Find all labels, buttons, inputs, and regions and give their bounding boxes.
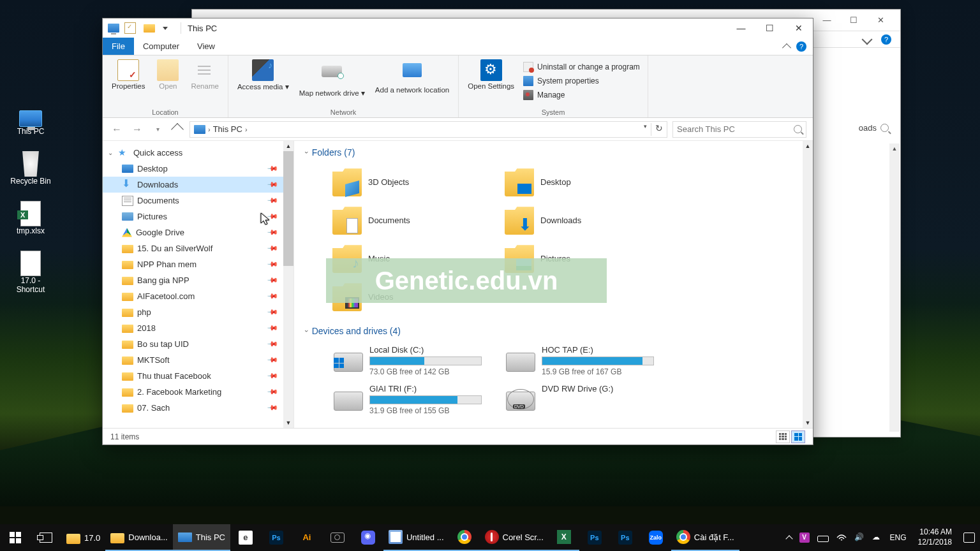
desktop-this-pc[interactable]: This PC bbox=[5, 108, 56, 138]
drive-dvd-rw-drive-g-[interactable]: DVD RW Drive (G:) bbox=[503, 381, 657, 418]
bg-maximize-button[interactable]: ☐ bbox=[840, 12, 867, 29]
ribbon-access-media[interactable]: Access media ▾ bbox=[235, 58, 292, 92]
view-tiles-button[interactable] bbox=[791, 430, 805, 443]
taskbar-chrome2[interactable]: Cài đặt F... bbox=[671, 524, 739, 551]
breadcrumb-segment[interactable]: This PC bbox=[213, 124, 242, 134]
nav-scrollbar[interactable]: ▲ ▼ bbox=[283, 141, 293, 428]
nav-item-bang-gia-npp[interactable]: Bang gia NPP📌 bbox=[103, 272, 293, 288]
tray-battery-icon[interactable] bbox=[817, 536, 829, 542]
drive-giai-tri-f-[interactable]: GIAI TRI (F:)31.9 GB free of 155 GB bbox=[331, 381, 484, 418]
ribbon-manage[interactable]: Manage bbox=[522, 89, 641, 101]
scroll-up-icon[interactable]: ▲ bbox=[803, 141, 813, 151]
chevron-right-icon[interactable]: › bbox=[208, 126, 211, 133]
nav-up-button[interactable] bbox=[171, 123, 184, 136]
bg-search-icon[interactable] bbox=[880, 124, 889, 132]
folders-section-header[interactable]: › Folders (7) bbox=[306, 147, 801, 158]
scroll-down-icon[interactable]: ▼ bbox=[283, 418, 293, 428]
taskbar-camera[interactable] bbox=[322, 524, 353, 551]
qat-dropdown-icon[interactable] bbox=[163, 27, 168, 30]
task-view-button[interactable] bbox=[31, 524, 61, 551]
help-icon[interactable]: ? bbox=[796, 41, 806, 52]
bg-scrollbar[interactable]: ▲ bbox=[889, 143, 900, 432]
taskbar-illustrator[interactable]: Ai bbox=[292, 524, 322, 551]
folder-desktop[interactable]: Desktop bbox=[503, 164, 657, 200]
tray-wifi-icon[interactable] bbox=[836, 533, 847, 543]
taskbar-discord[interactable] bbox=[353, 524, 383, 551]
titlebar[interactable]: This PC — ☐ ✕ bbox=[103, 18, 813, 38]
taskbar-edge[interactable]: e bbox=[230, 524, 261, 551]
drive-hoc-tap-e-[interactable]: HOC TAP (E:)15.9 GB free of 167 GB bbox=[503, 342, 657, 379]
desktop-recycle-bin[interactable]: Recycle Bin bbox=[5, 149, 56, 187]
chevron-down-icon[interactable]: ⌄ bbox=[108, 149, 115, 156]
nav-item-15-du-an-silverwolf[interactable]: 15. Du an SilverWolf📌 bbox=[103, 240, 293, 256]
bg-minimize-button[interactable]: — bbox=[813, 12, 840, 29]
tray-language[interactable]: ENG bbox=[890, 533, 907, 542]
folder-videos[interactable]: Videos bbox=[331, 279, 484, 314]
tray-notifications-icon[interactable] bbox=[963, 533, 975, 543]
drives-section-header[interactable]: › Devices and drives (4) bbox=[306, 326, 801, 336]
refresh-icon[interactable]: ↻ bbox=[655, 123, 663, 136]
nav-item-07-sach[interactable]: 07. Sach📌 bbox=[103, 400, 293, 416]
bg-close-button[interactable]: ✕ bbox=[867, 12, 894, 29]
search-box[interactable] bbox=[672, 121, 806, 138]
scroll-up-icon[interactable]: ▲ bbox=[283, 141, 293, 151]
ribbon-uninstall[interactable]: Uninstall or change a program bbox=[522, 61, 641, 73]
drive-local-disk-c-[interactable]: Local Disk (C:)73.0 GB free of 142 GB bbox=[331, 342, 484, 379]
taskbar-excel[interactable]: X bbox=[549, 524, 579, 551]
ribbon-sys-props[interactable]: System properties bbox=[522, 75, 641, 87]
scroll-down-icon[interactable]: ▼ bbox=[803, 418, 813, 428]
view-details-button[interactable] bbox=[776, 430, 790, 443]
bg-help-icon[interactable]: ? bbox=[881, 34, 891, 45]
taskbar-folder-17[interactable]: 17.0 bbox=[61, 524, 105, 551]
taskbar-photoshop[interactable]: Ps bbox=[261, 524, 292, 551]
search-icon[interactable] bbox=[794, 125, 802, 133]
tray-overflow-icon[interactable] bbox=[785, 535, 792, 542]
folder-3d-objects[interactable]: 3D Objects bbox=[331, 164, 484, 200]
tab-view[interactable]: View bbox=[188, 38, 224, 55]
ribbon-map-drive[interactable]: Map network drive ▾ bbox=[297, 58, 368, 99]
tray-volume-icon[interactable]: 🔊 bbox=[854, 533, 865, 543]
taskbar-notepad[interactable]: Untitled ... bbox=[383, 524, 449, 551]
folder-documents[interactable]: Documents bbox=[331, 202, 484, 238]
nav-item-pictures[interactable]: Pictures📌 bbox=[103, 209, 293, 224]
qat-folder-icon[interactable] bbox=[144, 24, 155, 33]
desktop-tmp-xlsx[interactable]: tmp.xlsx bbox=[5, 199, 56, 237]
taskbar-downloads[interactable]: Downloa... bbox=[105, 524, 172, 551]
folder-music[interactable]: ♪Music bbox=[331, 240, 484, 276]
scroll-thumb[interactable] bbox=[283, 151, 293, 266]
nav-item-aifacetool-com[interactable]: AIFacetool.com📌 bbox=[103, 288, 293, 304]
search-input[interactable] bbox=[677, 124, 794, 134]
nav-item-2-facebook-marketing[interactable]: 2. Facebook Marketing📌 bbox=[103, 384, 293, 400]
start-button[interactable] bbox=[0, 524, 31, 551]
ribbon-open-settings[interactable]: Open Settings bbox=[465, 58, 517, 91]
nav-item-bo-su-tap-uid[interactable]: Bo su tap UID📌 bbox=[103, 336, 293, 352]
nav-item-documents[interactable]: Documents📌 bbox=[103, 193, 293, 209]
content-scrollbar[interactable]: ▲ ▼ bbox=[803, 141, 813, 428]
nav-forward-button[interactable]: → bbox=[130, 122, 145, 137]
taskbar-app2[interactable]: Ps bbox=[579, 524, 610, 551]
taskbar-this-pc[interactable]: This PC bbox=[173, 524, 230, 551]
minimize-button[interactable]: — bbox=[727, 19, 755, 37]
nav-item-npp-phan-mem[interactable]: NPP Phan mem📌 bbox=[103, 256, 293, 272]
nav-item-downloads[interactable]: ⬇Downloads📌 bbox=[103, 177, 293, 193]
address-dropdown-icon[interactable]: ▾ bbox=[644, 123, 647, 136]
tray-app-icon[interactable]: V bbox=[799, 533, 810, 543]
folder-downloads[interactable]: ⬇Downloads bbox=[503, 202, 657, 238]
tab-file[interactable]: File bbox=[103, 38, 134, 55]
nav-item-thu-thuat-facebook[interactable]: Thu thuat Facebook📌 bbox=[103, 368, 293, 384]
folder-pictures[interactable]: Pictures bbox=[503, 240, 657, 276]
nav-quick-access[interactable]: ⌄ ★ Quick access bbox=[103, 145, 293, 161]
nav-recent-button[interactable]: ▾ bbox=[150, 122, 165, 137]
maximize-button[interactable]: ☐ bbox=[755, 19, 784, 37]
taskbar-corel[interactable]: Corel Scr... bbox=[480, 524, 549, 551]
tray-onedrive-icon[interactable]: ☁ bbox=[872, 533, 882, 543]
nav-item-desktop[interactable]: Desktop📌 bbox=[103, 161, 293, 177]
nav-item-php[interactable]: php📌 bbox=[103, 304, 293, 320]
nav-item-google-drive[interactable]: Google Drive📌 bbox=[103, 224, 293, 240]
taskbar-chrome[interactable] bbox=[449, 524, 480, 551]
address-breadcrumb[interactable]: › This PC › ▾ ↻ bbox=[189, 121, 667, 138]
ribbon-add-location[interactable]: Add a network location bbox=[373, 58, 452, 95]
nav-item-mktsoft[interactable]: MKTSoft📌 bbox=[103, 352, 293, 368]
bg-scroll-up-icon[interactable]: ▲ bbox=[889, 143, 900, 154]
qat-properties-icon[interactable] bbox=[124, 22, 136, 34]
